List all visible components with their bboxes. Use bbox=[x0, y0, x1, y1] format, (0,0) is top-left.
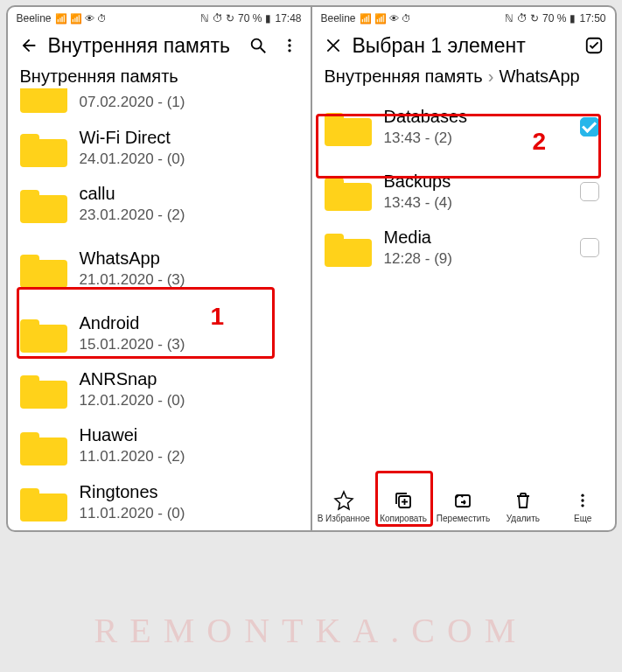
action-bar: В Избранное Копировать Переместить Удали… bbox=[312, 484, 615, 530]
folder-icon bbox=[325, 108, 372, 146]
list-item[interactable]: Media 12:28 - (9) bbox=[312, 220, 615, 276]
signal-icon: 📶 📶 👁 ⏱ bbox=[55, 13, 107, 24]
copy-icon bbox=[392, 489, 415, 512]
svg-point-13 bbox=[582, 499, 584, 501]
list-item[interactable]: Android 15.01.2020 - (3) bbox=[8, 305, 311, 361]
dots-icon bbox=[571, 489, 594, 512]
svg-line-1 bbox=[260, 48, 265, 53]
screenshot-frame: Beeline 📶 📶 👁 ⏱ ℕ ⏱ ↻ 70 % ▮ 17:48 Внутр… bbox=[6, 5, 617, 532]
breadcrumb[interactable]: Внутренняя память › WhatsApp bbox=[312, 63, 615, 88]
breadcrumb[interactable]: Внутренняя память bbox=[8, 63, 311, 88]
action-label: Переместить bbox=[437, 514, 490, 523]
list-item[interactable]: ANRSnap 12.01.2020 - (0) bbox=[8, 361, 311, 417]
item-name: Ringtones bbox=[80, 481, 298, 502]
action-label: Копировать bbox=[380, 514, 427, 523]
folder-icon bbox=[20, 314, 67, 353]
clock: 17:50 bbox=[579, 12, 605, 24]
page-title: Внутренняя память bbox=[48, 34, 239, 58]
item-sub: 23.01.2020 - (2) bbox=[80, 206, 298, 225]
item-name: Databases bbox=[384, 106, 568, 127]
item-name: Huawei bbox=[80, 424, 298, 445]
item-sub: 07.02.2020 - (1) bbox=[80, 93, 298, 112]
nfc-icon: ℕ ⏱ ↻ bbox=[505, 12, 539, 24]
trash-icon bbox=[512, 489, 535, 512]
page-title: Выбран 1 элемент bbox=[353, 34, 575, 58]
list-item[interactable]: Backups 13:43 - (4) bbox=[312, 164, 615, 220]
checkbox[interactable] bbox=[580, 182, 599, 201]
item-sub: 11.01.2020 - (2) bbox=[80, 447, 298, 466]
item-name: Media bbox=[384, 227, 568, 248]
svg-point-4 bbox=[288, 49, 290, 52]
item-name: Wi-Fi Direct bbox=[80, 127, 298, 148]
svg-point-3 bbox=[288, 44, 290, 46]
folder-icon bbox=[20, 483, 67, 522]
action-label: Удалить bbox=[507, 514, 540, 523]
list-item-whatsapp[interactable]: WhatsApp 21.01.2020 - (3) bbox=[8, 232, 311, 305]
battery-text: 70 % bbox=[542, 12, 566, 24]
folder-icon bbox=[325, 172, 372, 211]
list-item[interactable]: Huawei 11.01.2020 - (2) bbox=[8, 417, 311, 473]
move-button[interactable]: Переместить bbox=[437, 489, 488, 523]
select-all-button[interactable] bbox=[582, 33, 606, 58]
carrier-label: Beeline bbox=[17, 12, 52, 24]
list-item[interactable]: Ringtones 11.01.2020 - (0) bbox=[8, 474, 311, 530]
action-label: В Избранное bbox=[318, 514, 370, 523]
battery-icon: ▮ bbox=[570, 12, 576, 24]
chevron-right-icon: › bbox=[488, 66, 494, 87]
item-sub: 12.01.2020 - (0) bbox=[80, 391, 298, 410]
svg-point-2 bbox=[288, 39, 290, 42]
delete-button[interactable]: Удалить bbox=[498, 489, 549, 523]
favorite-button[interactable]: В Избранное bbox=[318, 489, 369, 523]
checkbox[interactable] bbox=[580, 117, 599, 136]
clock: 17:48 bbox=[275, 12, 301, 24]
star-icon bbox=[332, 489, 355, 512]
item-sub: 21.01.2020 - (3) bbox=[80, 270, 298, 290]
list-item[interactable]: callu 23.01.2020 - (2) bbox=[8, 176, 311, 232]
folder-icon bbox=[20, 249, 67, 288]
signal-icon: 📶 📶 👁 ⏱ bbox=[360, 13, 411, 24]
item-sub: 13:43 - (2) bbox=[384, 129, 568, 148]
svg-point-12 bbox=[582, 494, 584, 496]
toolbar: Выбран 1 элемент bbox=[312, 26, 615, 63]
search-button[interactable] bbox=[246, 33, 270, 58]
folder-icon bbox=[20, 370, 67, 409]
crumb-root: Внутренняя память bbox=[20, 66, 178, 87]
toolbar: Внутренняя память bbox=[8, 26, 311, 63]
move-icon bbox=[451, 489, 474, 512]
right-pane: Beeline 📶 📶 👁 ⏱ ℕ ⏱ ↻ 70 % ▮ 17:50 Выбра… bbox=[312, 7, 615, 530]
file-list: Databases 13:43 - (2) Backups 13:43 - (4… bbox=[312, 88, 615, 287]
item-name: Backups bbox=[384, 171, 568, 192]
status-bar: Beeline 📶 📶 👁 ⏱ ℕ ⏱ ↻ 70 % ▮ 17:48 bbox=[8, 7, 311, 26]
folder-icon bbox=[20, 185, 67, 223]
status-bar: Beeline 📶 📶 👁 ⏱ ℕ ⏱ ↻ 70 % ▮ 17:50 bbox=[312, 7, 615, 26]
item-name: WhatsApp bbox=[80, 248, 298, 269]
back-button[interactable] bbox=[17, 33, 41, 58]
item-sub: 15.01.2020 - (3) bbox=[80, 335, 298, 354]
left-pane: Beeline 📶 📶 👁 ⏱ ℕ ⏱ ↻ 70 % ▮ 17:48 Внутр… bbox=[8, 7, 312, 530]
action-label: Еще bbox=[574, 514, 591, 523]
list-item[interactable]: Wi-Fi Direct 24.01.2020 - (0) bbox=[8, 120, 311, 176]
list-item-databases[interactable]: Databases 13:43 - (2) bbox=[312, 90, 615, 164]
carrier-label: Beeline bbox=[321, 12, 356, 24]
more-button[interactable]: Еще bbox=[557, 489, 608, 523]
item-name: Android bbox=[80, 312, 298, 333]
folder-icon bbox=[20, 88, 67, 113]
item-sub: 24.01.2020 - (0) bbox=[80, 150, 298, 169]
more-button[interactable] bbox=[277, 33, 302, 58]
battery-text: 70 % bbox=[238, 12, 262, 24]
item-sub: 11.01.2020 - (0) bbox=[80, 504, 298, 523]
file-list: 07.02.2020 - (1) Wi-Fi Direct 24.01.2020… bbox=[8, 88, 311, 530]
item-sub: 12:28 - (9) bbox=[384, 249, 568, 269]
list-item[interactable]: 07.02.2020 - (1) bbox=[8, 90, 311, 120]
svg-point-0 bbox=[251, 39, 261, 49]
close-button[interactable] bbox=[321, 33, 346, 58]
folder-icon bbox=[325, 228, 372, 267]
item-name: callu bbox=[80, 183, 298, 204]
item-name: ANRSnap bbox=[80, 368, 298, 389]
checkbox[interactable] bbox=[580, 238, 599, 257]
copy-button[interactable]: Копировать bbox=[378, 489, 429, 523]
crumb-current: WhatsApp bbox=[499, 66, 579, 87]
folder-icon bbox=[20, 427, 67, 466]
crumb-root: Внутренняя память bbox=[325, 66, 483, 87]
item-sub: 13:43 - (4) bbox=[384, 193, 568, 213]
